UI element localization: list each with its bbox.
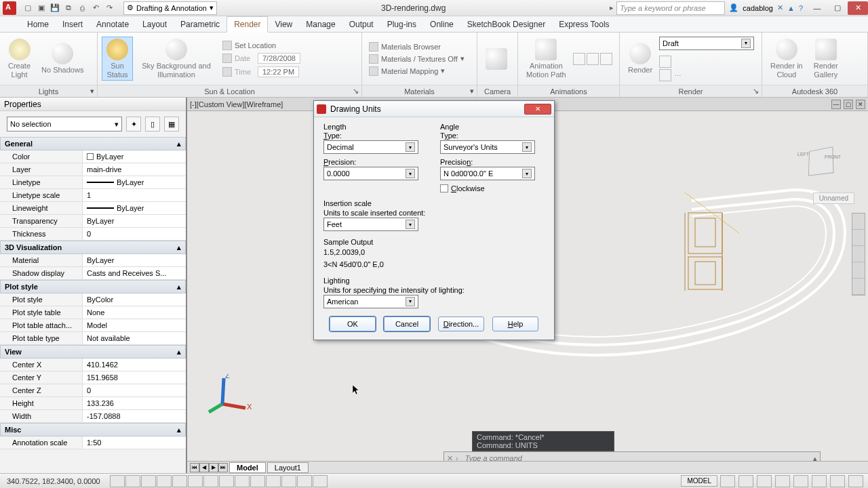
model-space-button[interactable]: MODEL (681, 475, 717, 487)
help-button[interactable]: Help (492, 317, 538, 331)
prop-value[interactable]: 133.236 (83, 397, 186, 409)
am-toggle[interactable] (313, 475, 328, 487)
viewport-label[interactable]: [-][Custom View][Wireframe] (190, 100, 283, 108)
polar-toggle[interactable] (157, 475, 172, 487)
material-mapping-button[interactable]: Material Mapping▾ (366, 66, 467, 77)
help-icon[interactable]: ? (799, 4, 803, 12)
prop-row[interactable]: Plot table attach...Model (0, 319, 186, 332)
vp-minimize-button[interactable]: — (831, 100, 841, 109)
prop-group-misc[interactable]: Misc▴ (0, 423, 186, 436)
record-icon[interactable] (600, 53, 612, 65)
prop-row[interactable]: Center X410.1462 (0, 359, 186, 371)
chevron-down-icon[interactable]: ▾ (90, 87, 94, 96)
isolate-objects-icon[interactable] (830, 475, 845, 487)
prop-row[interactable]: Plot styleByColor (0, 293, 186, 306)
lwt-toggle[interactable] (250, 475, 265, 487)
prop-value[interactable]: Model (83, 319, 186, 331)
dialog-launcher-icon[interactable]: ↘ (753, 87, 759, 96)
tpy-toggle[interactable] (266, 475, 281, 487)
no-shadows-button[interactable]: No Shadows (37, 41, 87, 75)
undo-icon[interactable]: ↶ (90, 2, 102, 14)
prop-value[interactable]: ByColor (83, 293, 186, 306)
grid-toggle[interactable] (125, 475, 140, 487)
render-cloud-button[interactable]: Render in Cloud (766, 37, 807, 79)
ducs-toggle[interactable] (219, 475, 234, 487)
prop-value[interactable]: ByLayer (83, 215, 186, 227)
tab-annotate[interactable]: Annotate (90, 17, 136, 32)
tab-last-button[interactable]: ⏭ (218, 463, 228, 472)
tab-insert[interactable]: Insert (56, 17, 90, 32)
quick-select-icon[interactable]: ✦ (126, 117, 141, 131)
pan-icon[interactable] (852, 230, 865, 246)
prop-value[interactable]: 410.1462 (83, 359, 186, 371)
plot-icon[interactable]: ⎙ (76, 2, 88, 14)
showmotion-icon[interactable] (852, 279, 865, 295)
sc-toggle[interactable] (297, 475, 312, 487)
prop-row[interactable]: TransparencyByLayer (0, 215, 186, 228)
tab-plug-ins[interactable]: Plug-ins (380, 17, 423, 32)
prop-row[interactable]: Center Z0 (0, 384, 186, 397)
selection-filter-select[interactable]: No selection▾ (7, 117, 122, 131)
vp-maximize-button[interactable]: ▢ (844, 100, 853, 109)
saveas-icon[interactable]: ⧉ (62, 2, 75, 14)
user-label[interactable]: cadablog (743, 4, 773, 12)
coordinates-readout[interactable]: 340.7522, 182.3400, 0.0000 (0, 477, 107, 485)
prop-row[interactable]: Shadow displayCasts and Receives S... (0, 267, 186, 280)
cancel-button[interactable]: Cancel (384, 317, 430, 331)
annotation-scale-icon[interactable] (757, 475, 772, 487)
tab-parametric[interactable]: Parametric (174, 17, 226, 32)
search-prev-icon[interactable]: ▸ (610, 3, 614, 12)
prop-value[interactable]: ByLayer (83, 202, 186, 214)
create-light-button[interactable]: Create Light (4, 37, 35, 79)
tab-prev-button[interactable]: ◀ (199, 463, 209, 472)
minimize-button[interactable]: — (807, 1, 827, 15)
prop-value[interactable]: None (83, 306, 186, 319)
prop-value[interactable]: 0 (83, 228, 186, 240)
prop-value[interactable]: ByLayer (83, 150, 186, 163)
open-icon[interactable]: ▣ (35, 2, 47, 14)
viewcube[interactable]: LEFT FRONT (802, 142, 840, 180)
steering-wheel-icon[interactable] (852, 214, 865, 230)
play-icon[interactable] (573, 53, 585, 65)
workspace-icon[interactable] (775, 475, 790, 487)
new-icon[interactable]: ▢ (22, 2, 34, 14)
prop-row[interactable]: Thickness0 (0, 228, 186, 241)
maximize-button[interactable]: ▢ (827, 1, 848, 15)
dyn-toggle[interactable] (235, 475, 250, 487)
osnap-toggle[interactable] (172, 475, 187, 487)
tab-sketchbook-designer[interactable]: SketchBook Designer (460, 17, 552, 32)
tab-next-button[interactable]: ▶ (209, 463, 218, 472)
clean-screen-icon[interactable] (848, 475, 863, 487)
prop-row[interactable]: Annotation scale1:50 (0, 436, 186, 449)
angle-precision-select[interactable]: N 0d00'00.0" E▾ (440, 167, 535, 180)
sky-background-button[interactable]: Sky Background and Illumination (136, 37, 217, 79)
date-field[interactable]: Date7/28/2008 (220, 52, 303, 64)
tab-view[interactable]: View (268, 17, 299, 32)
ortho-toggle[interactable] (141, 475, 156, 487)
render-preset-select[interactable]: Draft▾ (659, 37, 754, 50)
direction-button[interactable]: Direction... (438, 317, 484, 331)
prop-row[interactable]: MaterialByLayer (0, 254, 186, 267)
set-location-button[interactable]: Set Location (220, 40, 303, 51)
prop-group-3d-visualization[interactable]: 3D Visualization▴ (0, 241, 186, 254)
hardware-accel-icon[interactable] (812, 475, 827, 487)
sun-status-button[interactable]: Sun Status (102, 37, 133, 80)
prop-row[interactable]: Linetype scale1 (0, 189, 186, 202)
ucs-name-badge[interactable]: Unnamed (813, 192, 854, 204)
ok-button[interactable]: OK (330, 317, 376, 331)
select-objects-icon[interactable]: ▯ (145, 117, 160, 131)
prop-value[interactable]: Not available (83, 332, 186, 344)
signin-icon[interactable]: 👤 (729, 3, 738, 12)
prop-row[interactable]: LineweightByLayer (0, 202, 186, 215)
pause-icon[interactable] (587, 53, 599, 65)
dialog-launcher-icon[interactable]: ↘ (353, 87, 359, 96)
tab-render[interactable]: Render (226, 16, 268, 33)
prop-row[interactable]: Width-157.0888 (0, 410, 186, 423)
vp-close-button[interactable]: ✕ (856, 100, 865, 109)
autodesk360-icon[interactable]: ▲ (787, 4, 795, 12)
prop-value[interactable]: 1 (83, 189, 186, 201)
qp-toggle[interactable] (281, 475, 296, 487)
tab-online[interactable]: Online (423, 17, 460, 32)
camera-button[interactable] (481, 47, 511, 71)
exchange-icon[interactable]: ✕ (777, 3, 783, 12)
